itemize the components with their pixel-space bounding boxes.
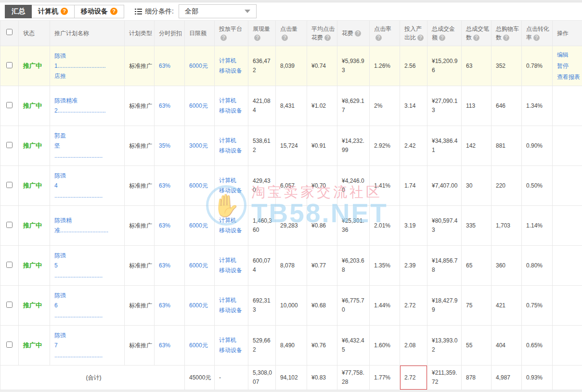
campaign-name-link[interactable]: 陈强 — [54, 251, 122, 261]
campaign-name-link[interactable]: 郭盈 — [54, 131, 122, 141]
select-all-checkbox[interactable] — [6, 29, 13, 35]
discount-link[interactable]: 63% — [155, 86, 185, 126]
daily-budget-link[interactable]: 6000元 — [185, 86, 215, 126]
total-roi-highlighted: 2.72 — [400, 366, 427, 390]
status-cell: 推广中 — [19, 86, 50, 126]
campaign-name-cell: 陈强6.............................. — [50, 286, 125, 326]
discount-link[interactable]: 63% — [155, 206, 185, 246]
discount-link[interactable]: 63% — [155, 166, 185, 206]
platform-link[interactable]: 计算机 — [219, 136, 246, 146]
row-checkbox-cell — [0, 86, 19, 126]
row-checkbox[interactable] — [6, 62, 13, 68]
ctr-cell: 1.60% — [370, 326, 400, 366]
row-checkbox[interactable] — [6, 222, 13, 228]
help-icon[interactable]: ? — [254, 35, 260, 41]
daily-budget-link[interactable]: 6000元 — [185, 246, 215, 286]
daily-budget-link[interactable]: 6000元 — [185, 166, 215, 206]
daily-budget-link[interactable]: 6000元 — [185, 326, 215, 366]
platform-link[interactable]: 移动设备 — [219, 186, 246, 196]
row-checkbox[interactable] — [6, 102, 13, 108]
help-icon[interactable]: ? — [220, 35, 227, 41]
status-cell: 推广中 — [19, 286, 50, 326]
discount-link[interactable]: 63% — [155, 46, 185, 86]
platform-link[interactable]: 移动设备 — [219, 226, 246, 236]
campaign-name-link[interactable]: 2.............................. — [54, 106, 122, 116]
ctr-cell: 2% — [370, 86, 400, 126]
platform-link[interactable]: 移动设备 — [219, 345, 246, 355]
help-icon[interactable]: ? — [282, 35, 288, 41]
daily-budget-link[interactable]: 6000元 — [185, 206, 215, 246]
discount-link[interactable]: 35% — [155, 126, 185, 166]
platform-link[interactable]: 移动设备 — [219, 66, 246, 76]
tab-mobile[interactable]: 移动设备? — [74, 5, 124, 18]
platform-link[interactable]: 计算机 — [219, 335, 246, 345]
help-icon[interactable]: ? — [110, 8, 117, 15]
campaign-name-link[interactable]: 陈强 — [54, 330, 122, 341]
discount-link[interactable]: 63% — [155, 246, 185, 286]
platform-link[interactable]: 计算机 — [219, 295, 246, 305]
campaign-name-link[interactable]: 准.............................. — [54, 226, 122, 236]
discount-link[interactable]: 63% — [155, 286, 185, 326]
campaign-name-link[interactable]: 陈强 — [54, 291, 122, 301]
campaign-name-link[interactable]: 7 — [54, 341, 122, 351]
daily-budget-link[interactable]: 3000元 — [185, 126, 215, 166]
tab-summary[interactable]: 汇总 — [5, 5, 32, 18]
campaign-name-link[interactable]: .............................. — [54, 191, 122, 201]
campaign-name-link[interactable]: 陈强精准 — [54, 96, 122, 106]
campaign-name-link[interactable]: 6 — [54, 301, 122, 311]
operation-link[interactable]: 查看报表 — [557, 72, 580, 83]
row-checkbox[interactable] — [6, 142, 13, 148]
help-icon[interactable]: ? — [417, 35, 424, 41]
campaign-name-link[interactable]: .............................. — [54, 151, 122, 161]
row-checkbox[interactable] — [6, 262, 13, 268]
platform-link[interactable]: 移动设备 — [219, 305, 246, 316]
campaign-name-link[interactable]: 5 — [54, 261, 122, 271]
campaign-name-link[interactable]: 1.............................. — [54, 61, 122, 71]
campaign-name-link[interactable]: 4 — [54, 181, 122, 191]
row-checkbox[interactable] — [6, 182, 13, 188]
campaign-name-cell: 陈强7.............................. — [50, 326, 125, 366]
clicks-cell: 8,431 — [276, 86, 307, 126]
discount-link[interactable]: 63% — [155, 326, 185, 366]
help-icon[interactable]: ? — [324, 35, 331, 41]
total-amount-cell: ¥14,856.78 — [427, 246, 462, 286]
daily-budget-link[interactable]: 6000元 — [185, 46, 215, 86]
platform-link[interactable]: 计算机 — [219, 96, 246, 106]
row-checkbox[interactable] — [6, 341, 13, 348]
cost-cell: ¥25,301.36 — [337, 206, 370, 246]
platform-link[interactable]: 计算机 — [219, 255, 246, 266]
platform-link[interactable]: 计算机 — [219, 56, 246, 66]
campaign-name-link[interactable]: 陈强 — [54, 171, 122, 181]
help-icon[interactable]: ? — [533, 35, 540, 41]
tab-computer[interactable]: 计算机? — [31, 5, 75, 18]
help-icon[interactable]: ? — [439, 35, 445, 41]
help-icon[interactable]: ? — [355, 30, 361, 37]
campaign-name-link[interactable]: 陈强 — [54, 51, 122, 61]
campaign-name-link[interactable]: .............................. — [54, 311, 122, 321]
platform-link[interactable]: 移动设备 — [219, 146, 246, 156]
daily-budget-link[interactable]: 6000元 — [185, 286, 215, 326]
campaign-name-link[interactable]: .............................. — [54, 271, 122, 281]
help-icon[interactable]: ? — [375, 35, 382, 41]
campaign-name-link[interactable]: 坚 — [54, 141, 122, 151]
impressions-cell: 636,472 — [248, 46, 276, 86]
campaign-name-link[interactable]: 店推 — [54, 71, 122, 81]
tab-label: 汇总 — [12, 7, 25, 16]
operation-link[interactable]: 暂停 — [557, 61, 580, 72]
list-icon — [135, 9, 142, 14]
platform-link[interactable]: 移动设备 — [219, 266, 246, 276]
help-icon[interactable]: ? — [473, 35, 479, 41]
help-icon[interactable]: ? — [61, 8, 68, 15]
campaign-name-link[interactable]: 陈强精 — [54, 215, 122, 226]
help-icon[interactable]: ? — [503, 35, 509, 41]
platform-link[interactable]: 计算机 — [219, 176, 246, 186]
campaign-name-link[interactable]: .............................. — [54, 351, 122, 361]
ctr-cell: 1.35% — [370, 246, 400, 286]
platform-link[interactable]: 移动设备 — [219, 106, 246, 116]
segment-filter-dropdown[interactable]: 全部 — [179, 4, 257, 18]
operation-link[interactable]: 编辑 — [557, 50, 580, 61]
platform-link[interactable]: 计算机 — [219, 215, 246, 226]
table-row: 推广中 郭盈坚.............................. 标准… — [0, 126, 582, 166]
column-header-clicks: 点击量? — [276, 21, 307, 46]
row-checkbox[interactable] — [6, 302, 13, 308]
